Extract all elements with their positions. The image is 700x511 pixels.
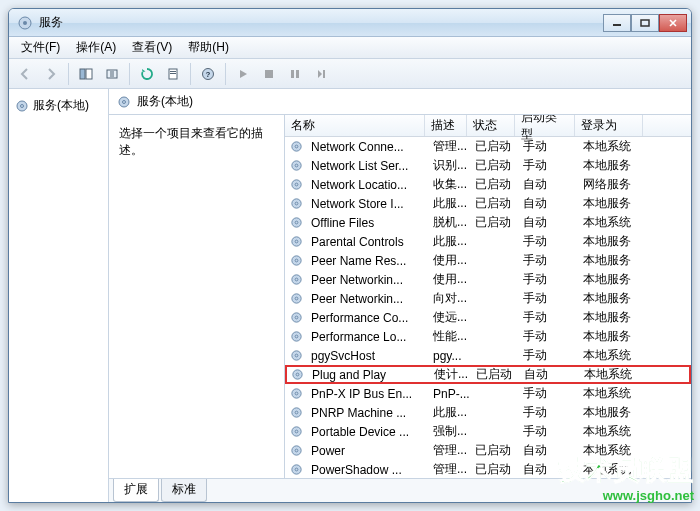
- tab-standard[interactable]: 标准: [161, 479, 207, 502]
- col-status[interactable]: 状态: [467, 115, 515, 136]
- tree-item-services-local[interactable]: 服务(本地): [13, 95, 104, 116]
- close-button[interactable]: [659, 14, 687, 32]
- gear-icon: [290, 216, 303, 229]
- maximize-button[interactable]: [631, 14, 659, 32]
- table-row[interactable]: Performance Lo...性能...手动本地服务: [285, 327, 691, 346]
- cell-logon: 本地服务: [577, 290, 645, 307]
- table-row[interactable]: pgySvcHostpgy...手动本地系统: [285, 346, 691, 365]
- table-row[interactable]: PnP-X IP Bus En...PnP-...手动本地系统: [285, 384, 691, 403]
- show-hide-tree-button[interactable]: [74, 62, 98, 86]
- toolbar: ?: [9, 59, 691, 89]
- cell-logon: 本地系统: [577, 138, 645, 155]
- cell-name: Performance Lo...: [305, 330, 427, 344]
- menu-action[interactable]: 操作(A): [68, 37, 124, 58]
- cell-logon: 本地服务: [577, 157, 645, 174]
- col-logon[interactable]: 登录为: [575, 115, 643, 136]
- stop-service-button: [257, 62, 281, 86]
- tab-extended[interactable]: 扩展: [113, 479, 159, 502]
- cell-desc: pgy...: [427, 349, 469, 363]
- gear-icon: [290, 425, 303, 438]
- svg-point-29: [295, 221, 298, 224]
- service-list[interactable]: 名称 描述 状态 启动类型 登录为 Network Conne...管理...已…: [285, 115, 691, 478]
- cell-startup: 手动: [517, 157, 577, 174]
- table-row[interactable]: Parental Controls此服...手动本地服务: [285, 232, 691, 251]
- table-row[interactable]: Plug and Play使计...已启动自动本地系统: [285, 365, 691, 384]
- toolbar-divider: [129, 63, 130, 85]
- cell-logon: 本地系统: [578, 366, 646, 383]
- cell-name: Plug and Play: [306, 368, 428, 382]
- menu-view[interactable]: 查看(V): [124, 37, 180, 58]
- gear-icon: [290, 197, 303, 210]
- cell-logon: 本地服务: [577, 195, 645, 212]
- table-row[interactable]: Power管理...已启动自动本地系统: [285, 441, 691, 460]
- forward-button: [39, 62, 63, 86]
- cell-name: Offline Files: [305, 216, 427, 230]
- gear-icon: [290, 387, 303, 400]
- tree-pane[interactable]: 服务(本地): [9, 89, 109, 502]
- back-button: [13, 62, 37, 86]
- gear-icon: [290, 444, 303, 457]
- table-row[interactable]: Network Conne...管理...已启动手动本地系统: [285, 137, 691, 156]
- table-row[interactable]: PNRP Machine ...此服...手动本地服务: [285, 403, 691, 422]
- cell-name: Network Locatio...: [305, 178, 427, 192]
- table-row[interactable]: Network List Ser...识别...已启动手动本地服务: [285, 156, 691, 175]
- cell-startup: 手动: [517, 252, 577, 269]
- cell-name: Network List Ser...: [305, 159, 427, 173]
- gear-icon: [117, 95, 131, 109]
- svg-point-55: [295, 468, 298, 471]
- cell-desc: 管理...: [427, 442, 469, 459]
- svg-point-17: [21, 104, 24, 107]
- gear-icon: [290, 292, 303, 305]
- cell-startup: 自动: [518, 366, 578, 383]
- table-row[interactable]: Peer Name Res...使用...手动本地服务: [285, 251, 691, 270]
- menu-file[interactable]: 文件(F): [13, 37, 68, 58]
- svg-rect-12: [265, 70, 273, 78]
- svg-point-47: [295, 392, 298, 395]
- export-button[interactable]: [100, 62, 124, 86]
- description-pane: 选择一个项目来查看它的描述。: [109, 115, 285, 478]
- table-row[interactable]: Network Locatio...收集...已启动自动网络服务: [285, 175, 691, 194]
- table-row[interactable]: Performance Co...使远...手动本地服务: [285, 308, 691, 327]
- col-desc[interactable]: 描述: [425, 115, 467, 136]
- svg-point-41: [295, 335, 298, 338]
- cell-startup: 手动: [517, 233, 577, 250]
- table-row[interactable]: Offline Files脱机...已启动自动本地系统: [285, 213, 691, 232]
- titlebar[interactable]: 服务: [9, 9, 691, 37]
- cell-logon: 本地系统: [577, 461, 645, 478]
- cell-desc: 此服...: [427, 195, 469, 212]
- gear-icon: [290, 330, 303, 343]
- toolbar-divider: [68, 63, 69, 85]
- cell-startup: 自动: [517, 442, 577, 459]
- table-row[interactable]: Network Store I...此服...已启动自动本地服务: [285, 194, 691, 213]
- gear-icon: [290, 349, 303, 362]
- cell-logon: 本地服务: [577, 252, 645, 269]
- menu-help[interactable]: 帮助(H): [180, 37, 237, 58]
- cell-logon: 本地系统: [577, 385, 645, 402]
- table-row[interactable]: Peer Networkin...向对...手动本地服务: [285, 289, 691, 308]
- cell-startup: 手动: [517, 309, 577, 326]
- table-row[interactable]: PowerShadow ...管理...已启动自动本地系统: [285, 460, 691, 478]
- list-header[interactable]: 名称 描述 状态 启动类型 登录为: [285, 115, 691, 137]
- cell-startup: 手动: [517, 328, 577, 345]
- cell-desc: 管理...: [427, 461, 469, 478]
- cell-desc: 收集...: [427, 176, 469, 193]
- properties-button[interactable]: [161, 62, 185, 86]
- col-name[interactable]: 名称: [285, 115, 425, 136]
- minimize-button[interactable]: [603, 14, 631, 32]
- svg-rect-13: [291, 70, 294, 78]
- col-startup[interactable]: 启动类型: [515, 115, 575, 136]
- gear-icon: [290, 311, 303, 324]
- table-row[interactable]: Portable Device ...强制...手动本地系统: [285, 422, 691, 441]
- svg-rect-4: [80, 69, 85, 79]
- help-button[interactable]: ?: [196, 62, 220, 86]
- app-icon: [17, 15, 33, 31]
- panes: 选择一个项目来查看它的描述。 名称 描述 状态 启动类型 登录为 Network…: [109, 115, 691, 478]
- cell-startup: 自动: [517, 214, 577, 231]
- cell-name: Peer Networkin...: [305, 273, 427, 287]
- table-row[interactable]: Peer Networkin...使用...手动本地服务: [285, 270, 691, 289]
- refresh-button[interactable]: [135, 62, 159, 86]
- toolbar-divider: [190, 63, 191, 85]
- cell-name: Power: [305, 444, 427, 458]
- svg-rect-9: [170, 73, 176, 74]
- cell-logon: 网络服务: [577, 176, 645, 193]
